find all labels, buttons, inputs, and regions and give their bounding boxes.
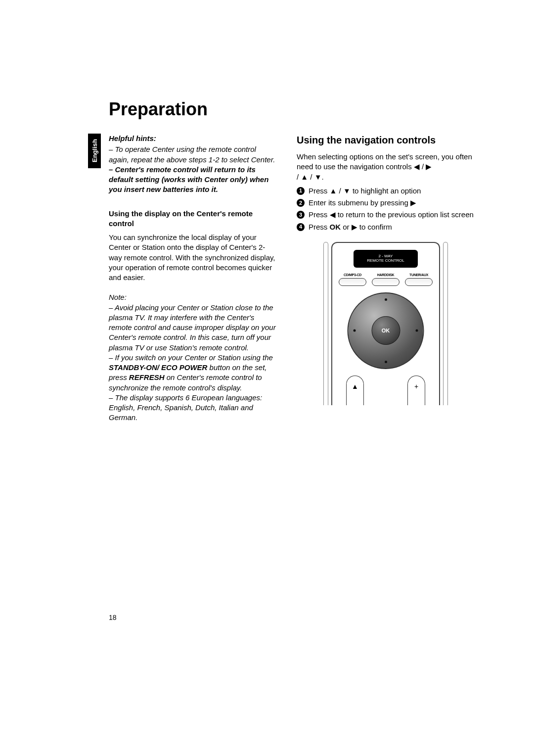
right-arrow-icon: ▶ xyxy=(410,198,416,207)
up-arrow-icon: ▲ xyxy=(301,173,308,181)
remote-btn3 xyxy=(405,278,433,286)
step-4-b: or xyxy=(341,223,352,231)
step-3-a: Press xyxy=(309,210,330,219)
step-4-c: to confirm xyxy=(357,223,392,231)
step-1: 1 Press ▲ / ▼ to highlight an option xyxy=(297,186,475,196)
remote-btn2 xyxy=(372,278,400,286)
note-2-b: STANDBY-ON/ ECO POWER xyxy=(109,363,207,372)
remote-illustration: 2 - WAY REMOTE CONTROL CD/MP3-CD HARDDIS… xyxy=(321,242,450,405)
remote-side-left: ▲ xyxy=(346,376,364,405)
wheel-dot-down-icon xyxy=(385,361,387,363)
wheel-dot-up-icon xyxy=(385,298,387,301)
remote-rail-left xyxy=(323,242,328,405)
remote-button-row: CD/MP3-CD HARDDISK TUNER/AUX xyxy=(339,273,433,286)
step-1-a: Press xyxy=(309,187,330,195)
intro-b: / xyxy=(420,162,426,171)
left-arrow-icon: ◀ xyxy=(414,162,420,171)
hint-2: – Center's remote control will return to… xyxy=(109,165,277,195)
remote-btn1-label: CD/MP3-CD xyxy=(339,273,366,277)
remote-body: 2 - WAY REMOTE CONTROL CD/MP3-CD HARDDIS… xyxy=(331,242,440,405)
step-4-ok: OK xyxy=(330,223,341,231)
step-2-a: Enter its submenu by pressing xyxy=(309,198,410,207)
step-1-c: to highlight an option xyxy=(351,187,421,195)
step-2: 2 Enter its submenu by pressing ▶ xyxy=(297,198,475,208)
right-arrow-icon: ▶ xyxy=(352,223,357,231)
step-1-icon: 1 xyxy=(297,187,305,195)
page-title: Preparation xyxy=(109,99,485,120)
right-heading: Using the navigation controls xyxy=(297,134,475,147)
subsection-heading: Using the display on the Center's remote… xyxy=(109,209,277,229)
step-4: 4 Press OK or ▶ to confirm xyxy=(297,222,475,232)
remote-rail-right xyxy=(443,242,448,405)
remote-side-right: + xyxy=(407,376,425,405)
intro-text: When selecting options on the set's scre… xyxy=(297,152,475,182)
body-paragraph: You can synchronize the local display of… xyxy=(109,233,277,283)
remote-btn3-label: TUNER/AUX xyxy=(405,273,433,277)
remote-btn2-label: HARDDISK xyxy=(372,273,400,277)
hint-1: – To operate Center using the remote con… xyxy=(109,144,277,165)
language-tab: English xyxy=(88,134,101,168)
down-arrow-icon: ▼ xyxy=(314,173,322,181)
remote-screen: 2 - WAY REMOTE CONTROL xyxy=(354,250,418,268)
step-4-a: Press xyxy=(309,223,330,231)
intro-a: When selecting options on the set's scre… xyxy=(297,152,472,171)
step-2-icon: 2 xyxy=(297,199,305,207)
remote-btn1 xyxy=(339,278,366,286)
right-arrow-icon: ▶ xyxy=(426,162,432,171)
note-2: – If you switch on your Center or Statio… xyxy=(109,353,277,393)
step-1-b: / xyxy=(337,187,343,195)
remote-screen-l2: REMOTE CONTROL xyxy=(367,259,404,263)
step-3-b: to return to the previous option list sc… xyxy=(336,210,474,219)
note-heading: Note: xyxy=(109,292,277,302)
note-1: – Avoid placing your Center or Station c… xyxy=(109,303,277,353)
up-arrow-icon: ▲ xyxy=(330,187,337,195)
remote-ok-button: OK xyxy=(371,316,400,345)
step-3: 3 Press ◀ to return to the previous opti… xyxy=(297,210,475,220)
triangle-up-icon: ▲ xyxy=(352,382,358,391)
left-arrow-icon: ◀ xyxy=(330,210,336,219)
note-2-d: REFRESH xyxy=(129,373,165,381)
plus-icon: + xyxy=(414,382,418,391)
remote-wheel: OK xyxy=(348,292,424,369)
intro-d: / xyxy=(308,173,314,181)
page-number: 18 xyxy=(109,614,117,621)
down-arrow-icon: ▼ xyxy=(343,187,351,195)
right-column: Using the navigation controls When selec… xyxy=(297,134,475,423)
wheel-dot-right-icon xyxy=(416,330,418,332)
note-2-a: – If you switch on your Center or Statio… xyxy=(109,353,273,362)
note-3: – The display supports 6 European langua… xyxy=(109,393,277,423)
step-4-icon: 4 xyxy=(297,223,305,231)
wheel-dot-left-icon xyxy=(354,330,356,332)
hints-heading: Helpful hints: xyxy=(109,134,277,143)
step-3-icon: 3 xyxy=(297,211,305,219)
left-column: Helpful hints: – To operate Center using… xyxy=(109,134,277,423)
intro-e: . xyxy=(322,173,324,181)
